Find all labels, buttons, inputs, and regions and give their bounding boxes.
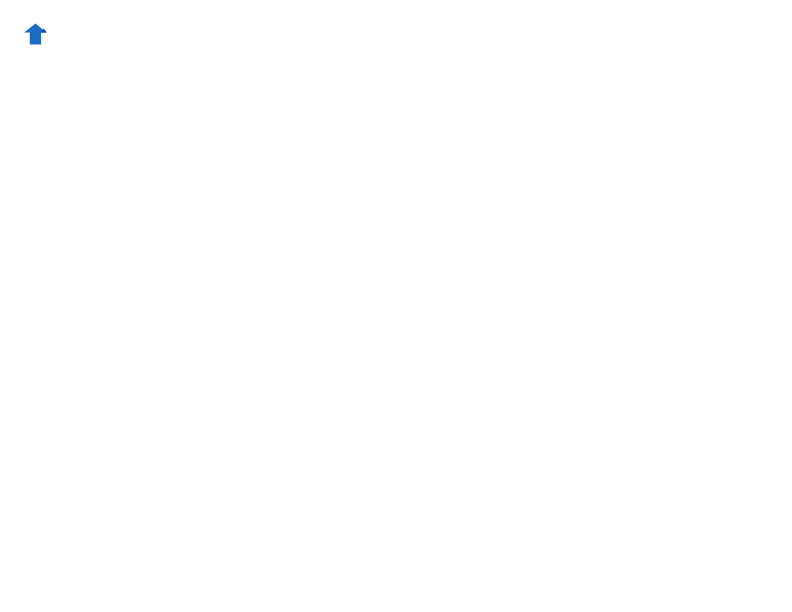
- header-area: [20, 20, 772, 48]
- svg-marker-1: [24, 24, 46, 45]
- logo: [20, 20, 52, 48]
- logo-icon: [20, 20, 48, 48]
